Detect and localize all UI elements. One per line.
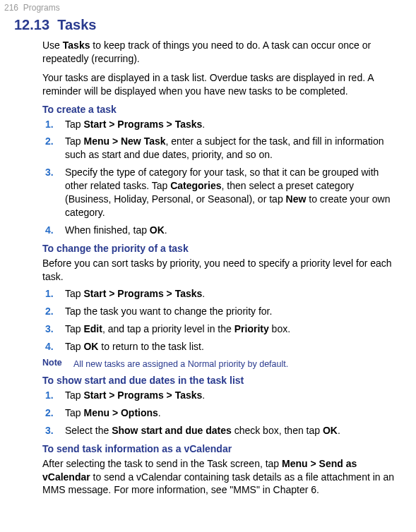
text-bold: Priority — [234, 323, 269, 334]
text: Tap — [65, 407, 83, 418]
step-number: 1. — [45, 118, 54, 131]
heading-vcalendar: To send task information as a vCalendar — [42, 443, 398, 454]
text-bold: Start > Programs > Tasks — [83, 288, 202, 299]
note-text: All new tasks are assigned a Normal prio… — [73, 359, 288, 369]
list-item: 1.Tap Start > Programs > Tasks. — [62, 389, 398, 402]
text: . — [338, 425, 340, 436]
list-item: 2.Tap the task you want to change the pr… — [62, 305, 398, 318]
list-item: 2.Tap Menu > Options. — [62, 406, 398, 420]
note: Note All new tasks are assigned a Normal… — [42, 358, 398, 369]
steps-create-task: 1.Tap Start > Programs > Tasks. 2.Tap Me… — [42, 118, 398, 237]
text: . — [202, 119, 205, 130]
text-bold: New — [286, 193, 307, 205]
steps-show-dates: 1.Tap Start > Programs > Tasks. 2.Tap Me… — [42, 389, 398, 437]
page-header: 216 Programs — [0, 0, 405, 13]
text-bold: Start > Programs > Tasks — [83, 119, 202, 130]
text: Use — [42, 40, 63, 51]
section-title: 12.13 Tasks — [14, 17, 405, 33]
list-item: 4.Tap OK to return to the task list. — [62, 340, 398, 353]
text-bold: Start > Programs > Tasks — [83, 389, 202, 401]
text: . — [165, 224, 167, 236]
step-number: 2. — [45, 135, 54, 148]
text-bold: OK — [83, 341, 98, 352]
text: Tap — [65, 288, 83, 299]
text: to return to the task list. — [98, 341, 203, 352]
priority-intro: Before you can sort tasks by priority, y… — [42, 257, 398, 284]
body: Use Tasks to keep track of things you ne… — [42, 39, 398, 497]
text-bold: Menu > Options — [83, 407, 158, 418]
text: Tap — [65, 135, 83, 147]
text: . — [202, 288, 205, 299]
text: . — [202, 389, 205, 401]
list-item: 3.Tap Edit, and tap a priority level in … — [62, 322, 398, 336]
heading-show-dates: To show start and due dates in the task … — [42, 375, 398, 386]
text: to keep track of things you need to do. … — [42, 40, 371, 64]
intro-para-2: Your tasks are displayed in a task list.… — [42, 71, 398, 98]
list-item: 3.Specify the type of category for your … — [62, 166, 398, 219]
vcalendar-para: After selecting the task to send in the … — [42, 457, 398, 497]
text-bold: Categories — [170, 180, 221, 191]
list-item: 1.Tap Start > Programs > Tasks. — [62, 287, 398, 301]
text: After selecting the task to send in the … — [42, 458, 282, 469]
list-item: 3.Select the Show start and due dates ch… — [62, 424, 398, 437]
text: box. — [269, 323, 290, 334]
text: Tap — [65, 341, 83, 352]
step-number: 2. — [45, 406, 54, 420]
page: 216 Programs 12.13 Tasks Use Tasks to ke… — [0, 0, 416, 497]
text-bold: Tasks — [63, 40, 90, 51]
text: , and tap a priority level in the — [102, 323, 234, 334]
text: Tap — [65, 119, 83, 130]
step-number: 4. — [45, 340, 54, 353]
step-number: 3. — [45, 424, 54, 437]
note-label: Note — [42, 358, 71, 368]
heading-change-priority: To change the priority of a task — [42, 243, 398, 254]
list-item: 2.Tap Menu > New Task, enter a subject f… — [62, 135, 398, 162]
text-bold: Edit — [83, 323, 102, 334]
steps-change-priority: 1.Tap Start > Programs > Tasks. 2.Tap th… — [42, 287, 398, 353]
text-bold: Menu > New Task — [83, 135, 165, 147]
text: When finished, tap — [65, 224, 150, 236]
step-number: 1. — [45, 389, 54, 402]
text: Tap — [65, 389, 83, 401]
section-number: 12.13 — [14, 17, 49, 32]
text: Select the — [65, 425, 112, 436]
step-number: 3. — [45, 322, 54, 336]
text-bold: Show start and due dates — [112, 425, 232, 436]
list-item: 4.When finished, tap OK. — [62, 224, 398, 237]
chapter-name: Programs — [23, 3, 60, 13]
text-bold: OK — [150, 224, 165, 236]
step-number: 3. — [45, 166, 54, 179]
intro-para-1: Use Tasks to keep track of things you ne… — [42, 39, 398, 66]
page-number: 216 — [4, 3, 18, 13]
step-number: 4. — [45, 224, 54, 237]
list-item: 1.Tap Start > Programs > Tasks. — [62, 118, 398, 131]
text: . — [158, 407, 161, 418]
text: Tap the task you want to change the prio… — [65, 306, 272, 317]
heading-create-task: To create a task — [42, 104, 398, 115]
text: Tap — [65, 323, 83, 334]
text-bold: OK — [323, 425, 338, 436]
step-number: 2. — [45, 305, 54, 318]
text: to send a vCalendar containing task deta… — [42, 471, 394, 496]
section-name: Tasks — [57, 17, 96, 32]
text: check box, then tap — [232, 425, 323, 436]
step-number: 1. — [45, 287, 54, 301]
